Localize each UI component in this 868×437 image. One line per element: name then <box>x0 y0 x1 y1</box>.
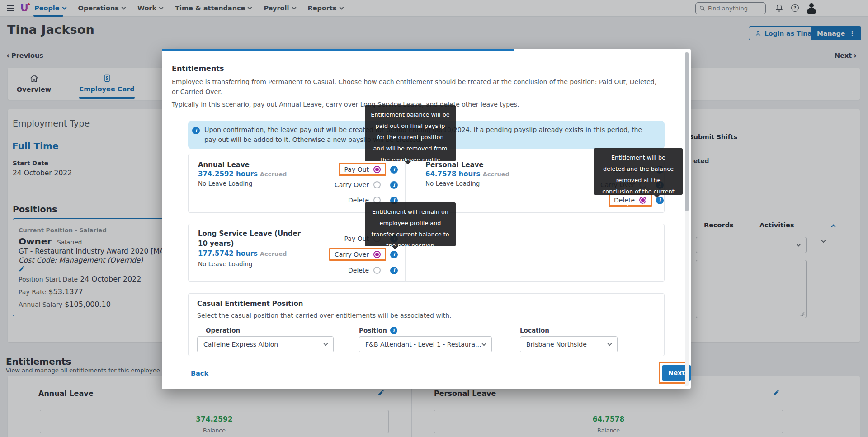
tooltip-caret <box>392 246 398 249</box>
casual-position-card: Casual Entitlement Position Select the c… <box>188 293 665 356</box>
option-label: Carry Over <box>335 181 369 188</box>
casual-description: Select the casual position that carried … <box>197 312 452 319</box>
info-icon: i <box>192 127 200 134</box>
position-label: Positioni <box>359 327 397 334</box>
modal-intro-text: Employee is transferring from Permanent … <box>172 77 662 97</box>
tooltip-text: Entitlement will remain on employee prof… <box>371 208 449 249</box>
location-select[interactable]: Brisbane Northside <box>520 336 618 352</box>
casual-heading: Casual Entitlement Position <box>197 300 303 308</box>
back-link[interactable]: Back <box>191 370 208 377</box>
position-select[interactable]: F&B Attendant - Level 1 - Restaura... <box>359 336 492 352</box>
tooltip-text: Entitlement balance will be paid out on … <box>371 111 449 163</box>
radio-unselected[interactable] <box>373 267 381 274</box>
selected-option-highlight: Pay Out <box>339 163 386 176</box>
chevron-down-icon <box>482 342 486 346</box>
radio-selected[interactable] <box>373 166 381 173</box>
leave-loading: No Leave Loading <box>198 180 252 187</box>
wizard-progress-bar <box>162 49 514 51</box>
operation-select[interactable]: Caffeine Express Albion <box>197 336 334 352</box>
tooltip-caret <box>405 161 411 164</box>
radio-unselected[interactable] <box>373 181 381 188</box>
option-carry-over[interactable]: Carry Over i <box>329 177 398 193</box>
leave-name: Annual Leave <box>198 160 250 170</box>
chevron-down-icon <box>324 342 328 346</box>
tooltip-delete: Entitlement will be deleted and the bala… <box>594 148 683 195</box>
location-label: Location <box>520 327 549 334</box>
tooltip-pay-out: Entitlement balance will be paid out on … <box>365 105 456 161</box>
info-icon[interactable]: i <box>390 327 397 334</box>
radio-selected[interactable] <box>373 251 381 258</box>
leave-name: Long Service Leave (Under 10 years) <box>198 229 302 249</box>
chevron-down-icon <box>608 342 612 346</box>
info-icon[interactable]: i <box>390 267 398 274</box>
modal-title: Entitlements <box>172 64 224 73</box>
info-icon[interactable]: i <box>390 251 398 258</box>
leave-hours: 64.7578 hours Accrued <box>425 169 509 178</box>
selected-option-highlight: Carry Over <box>329 248 386 261</box>
tooltip-carry-over: Entitlement will remain on employee prof… <box>365 202 456 246</box>
info-icon[interactable]: i <box>390 166 398 174</box>
option-delete[interactable]: Delete i <box>343 263 398 278</box>
option-label: Delete <box>348 267 369 274</box>
info-icon[interactable]: i <box>390 181 398 189</box>
option-label: Carry Over <box>335 251 369 258</box>
operation-label: Operation <box>206 327 240 334</box>
leave-hours: 374.2592 hours Accrued <box>198 169 287 178</box>
tooltip-caret <box>654 195 660 198</box>
leave-loading: No Leave Loading <box>425 180 480 187</box>
option-label: Pay Out <box>344 166 369 173</box>
leave-loading: No Leave Loading <box>198 260 252 268</box>
leave-hours: 177.5742 hours Accrued <box>198 249 287 258</box>
modal-scrollbar-thumb[interactable] <box>685 52 689 211</box>
